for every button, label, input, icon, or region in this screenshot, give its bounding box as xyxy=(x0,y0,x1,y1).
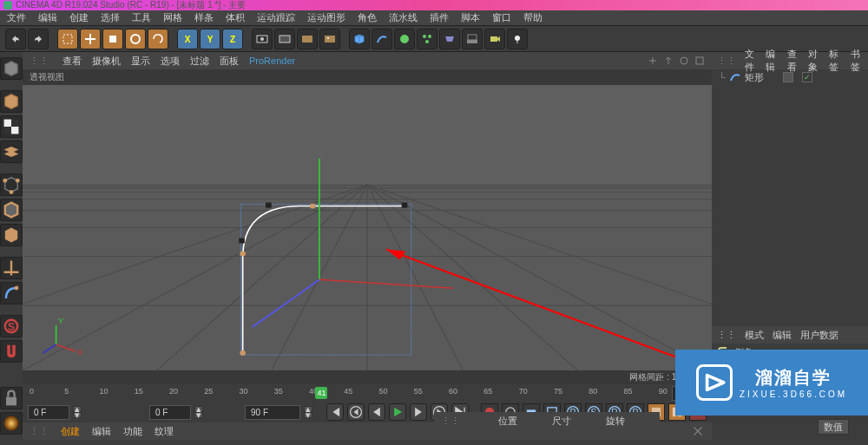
vp-nav-icon3[interactable] xyxy=(679,56,689,66)
tab-edit[interactable]: 编辑 xyxy=(92,425,111,438)
menu-file[interactable]: 文件 xyxy=(7,11,26,24)
visibility-render[interactable]: ✓ xyxy=(802,72,812,82)
drag-handle-icon[interactable]: ⋮⋮ xyxy=(717,330,736,341)
play-button[interactable] xyxy=(389,403,406,421)
tick: 25 xyxy=(204,387,213,396)
menu-plugins[interactable]: 插件 xyxy=(430,11,449,24)
vp-menu-panel[interactable]: 面板 xyxy=(220,55,239,68)
texture-mode[interactable] xyxy=(0,115,23,138)
camera-button[interactable] xyxy=(484,29,505,49)
z-axis-button[interactable]: Z xyxy=(222,29,243,49)
mograph-button[interactable] xyxy=(417,29,437,49)
drag-handle-icon[interactable]: ⋮⋮ xyxy=(717,56,736,67)
drag-handle-icon[interactable]: ⋮⋮ xyxy=(30,426,49,437)
magnet-tool[interactable] xyxy=(0,340,23,363)
drag-handle-icon[interactable]: ⋮⋮ xyxy=(441,416,460,427)
render-view-button[interactable] xyxy=(252,29,273,49)
menu-mesh[interactable]: 网格 xyxy=(163,11,182,24)
tab-function[interactable]: 功能 xyxy=(123,425,142,438)
undo-button[interactable] xyxy=(5,29,26,49)
y-axis-button[interactable]: Y xyxy=(200,29,220,49)
menu-tracking[interactable]: 运动跟踪 xyxy=(257,11,295,24)
vp-nav-icon4[interactable] xyxy=(694,56,705,66)
menu-script[interactable]: 脚本 xyxy=(461,11,480,24)
spin-down[interactable]: ▾ xyxy=(194,412,203,418)
polygon-mode[interactable] xyxy=(0,224,23,246)
menu-select[interactable]: 选择 xyxy=(101,11,120,24)
scale-tool[interactable] xyxy=(102,29,123,49)
menu-volume[interactable]: 体积 xyxy=(226,11,245,24)
playhead[interactable]: 41 xyxy=(315,387,327,399)
menu-edit[interactable]: 编辑 xyxy=(38,11,57,24)
value-button[interactable]: 数值 xyxy=(818,419,849,435)
vp-nav-icon2[interactable] xyxy=(663,56,674,66)
menu-create[interactable]: 创建 xyxy=(69,11,89,24)
panel-close-icon[interactable] xyxy=(691,424,705,438)
goto-start-button[interactable] xyxy=(326,403,344,421)
spline-primitive[interactable] xyxy=(372,29,392,49)
main-toolbar: X Y Z xyxy=(0,26,868,52)
vp-menu-filter[interactable]: 过滤 xyxy=(190,55,209,68)
cube-primitive[interactable] xyxy=(349,29,370,49)
tab-create[interactable]: 创建 xyxy=(61,425,80,438)
menu-mograph[interactable]: 运动图形 xyxy=(307,11,345,24)
snap-toggle[interactable]: S xyxy=(0,315,23,337)
environment-button[interactable] xyxy=(462,29,483,49)
viewport-footer: 网格间距 : 1000 cm xyxy=(23,370,712,384)
point-mode[interactable] xyxy=(0,173,23,196)
render-settings-button[interactable] xyxy=(297,29,318,49)
end-frame-field[interactable]: 90 F xyxy=(245,405,300,420)
select-tool[interactable] xyxy=(57,29,78,49)
attr-menu-edit[interactable]: 编辑 xyxy=(773,329,792,342)
menu-character[interactable]: 角色 xyxy=(358,11,377,24)
spin-down[interactable]: ▾ xyxy=(304,412,312,418)
attr-menu-mode[interactable]: 模式 xyxy=(745,329,764,342)
object-row-rectangle[interactable]: └ 矩形 ✓ xyxy=(712,69,868,85)
next-frame-button[interactable] xyxy=(410,403,427,421)
redo-button[interactable] xyxy=(28,29,49,49)
vp-menu-camera[interactable]: 摄像机 xyxy=(92,55,121,68)
model-mode[interactable] xyxy=(0,57,23,80)
prev-frame-button[interactable] xyxy=(368,403,385,421)
timeline[interactable]: 0 5 10 15 20 25 30 35 40 41 45 50 55 60 … xyxy=(23,384,712,402)
tweak-tool[interactable] xyxy=(0,282,23,304)
vp-menu-options[interactable]: 选项 xyxy=(161,55,180,68)
move-tool[interactable] xyxy=(80,29,101,49)
vp-menu-view[interactable]: 查看 xyxy=(62,55,82,68)
vp-nav-icon1[interactable] xyxy=(648,56,658,66)
material-sphere[interactable] xyxy=(0,412,23,435)
picture-viewer-button[interactable] xyxy=(319,29,340,49)
object-name[interactable]: 矩形 xyxy=(745,71,764,84)
menu-spline[interactable]: 样条 xyxy=(194,11,214,24)
lasso-tool[interactable] xyxy=(148,29,168,49)
x-axis-button[interactable]: X xyxy=(177,29,198,49)
light-button[interactable] xyxy=(507,29,528,49)
drag-handle-icon[interactable]: ⋮⋮ xyxy=(30,56,49,67)
spin-down[interactable]: ▾ xyxy=(73,412,82,418)
menu-pipeline[interactable]: 流水线 xyxy=(389,11,418,24)
rotate-tool[interactable] xyxy=(125,29,146,49)
tick: 65 xyxy=(483,387,492,396)
menu-help[interactable]: 帮助 xyxy=(523,11,542,24)
axis-tool[interactable] xyxy=(0,257,23,279)
current-frame-field[interactable]: 0 F xyxy=(149,405,191,420)
object-mode[interactable] xyxy=(0,90,23,113)
vp-menu-display[interactable]: 显示 xyxy=(131,55,150,68)
start-frame-field[interactable]: 0 F xyxy=(28,405,69,420)
edge-mode[interactable] xyxy=(0,199,23,221)
prev-key-button[interactable] xyxy=(347,403,365,421)
lock-tool[interactable] xyxy=(0,387,23,409)
menu-tools[interactable]: 工具 xyxy=(132,11,151,24)
visibility-editor[interactable] xyxy=(783,72,793,82)
workplane-mode[interactable] xyxy=(0,141,23,163)
attr-menu-userdata[interactable]: 用户数据 xyxy=(800,329,838,342)
render-region-button[interactable] xyxy=(274,29,295,49)
viewport-3d[interactable]: Y X xyxy=(23,85,712,370)
nurbs-button[interactable] xyxy=(394,29,415,49)
menu-window[interactable]: 窗口 xyxy=(492,11,511,24)
deformer-button[interactable] xyxy=(439,29,460,49)
expand-icon[interactable]: └ xyxy=(719,72,726,82)
time-ruler[interactable]: 0 5 10 15 20 25 30 35 40 41 45 50 55 60 … xyxy=(30,385,665,401)
tab-texture[interactable]: 纹理 xyxy=(155,425,174,438)
prorender-button[interactable]: ProRender xyxy=(249,56,295,66)
